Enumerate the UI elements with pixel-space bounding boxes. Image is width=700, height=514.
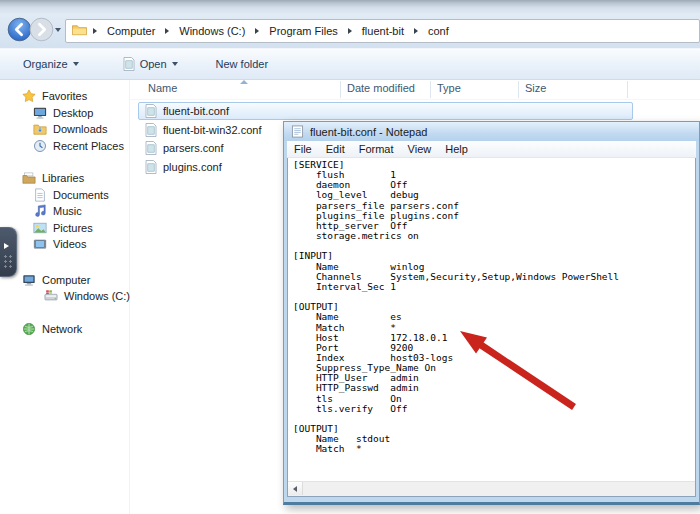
menu-format[interactable]: Format xyxy=(352,143,401,155)
sidebar-label: Music xyxy=(53,205,82,217)
star-icon xyxy=(22,89,36,103)
sidebar-label: Libraries xyxy=(42,172,84,184)
sort-ascending-icon xyxy=(240,80,248,84)
address-bar[interactable]: Computer Windows (C:) Program Files flue… xyxy=(65,19,700,43)
scroll-left-icon xyxy=(293,486,297,492)
scroll-left-button[interactable] xyxy=(288,482,303,495)
chevron-down-icon xyxy=(73,62,79,66)
command-toolbar: Organize Open New folder xyxy=(0,48,700,80)
conf-file-icon xyxy=(145,104,157,118)
column-divider[interactable] xyxy=(430,81,431,98)
menu-file[interactable]: File xyxy=(287,143,319,155)
column-divider[interactable] xyxy=(627,81,628,98)
explorer-titlebar-strip xyxy=(0,0,700,13)
sidebar-item-recent-places[interactable]: Recent Places xyxy=(0,138,129,155)
column-header-name[interactable]: Name xyxy=(148,82,177,94)
sidebar-item-network[interactable]: Network xyxy=(0,321,129,338)
new-folder-label: New folder xyxy=(216,58,269,70)
sidebar-item-desktop[interactable]: Desktop xyxy=(0,105,129,122)
column-header-date-modified[interactable]: Date modified xyxy=(347,82,415,94)
column-divider[interactable] xyxy=(518,81,519,98)
conf-file-icon xyxy=(145,160,157,174)
folder-icon xyxy=(72,24,87,38)
menu-edit[interactable]: Edit xyxy=(319,143,352,155)
sidebar-label: Pictures xyxy=(53,222,93,234)
file-name: plugins.conf xyxy=(163,161,222,173)
sidebar-item-documents[interactable]: Documents xyxy=(0,187,129,204)
column-header-type[interactable]: Type xyxy=(437,82,461,94)
sidebar-label: Recent Places xyxy=(53,140,124,152)
file-icon xyxy=(123,57,135,71)
navigation-pane: Favorites Desktop Downloads Recent Pla xyxy=(0,80,130,514)
docked-panel-handle[interactable] xyxy=(0,227,17,277)
breadcrumb-item-computer[interactable]: Computer xyxy=(103,23,159,39)
config-file-text: [SERVICE] flush 1 daemon Off log_level d… xyxy=(288,158,695,455)
breadcrumb-item-fluent-bit[interactable]: fluent-bit xyxy=(358,23,408,39)
file-name: parsers.conf xyxy=(163,142,224,154)
file-row-fluent-bit-conf[interactable]: fluent-bit.conf xyxy=(138,102,633,120)
notepad-text-area[interactable]: [SERVICE] flush 1 daemon Off log_level d… xyxy=(288,158,695,481)
sidebar-item-favorites[interactable]: Favorites xyxy=(0,88,129,105)
menu-help[interactable]: Help xyxy=(438,143,475,155)
video-icon xyxy=(33,237,47,251)
horizontal-scrollbar[interactable] xyxy=(288,481,695,496)
sidebar-label: Network xyxy=(42,323,82,335)
desktop-icon xyxy=(33,106,47,120)
expand-arrow-icon xyxy=(4,243,9,249)
notepad-menubar: File Edit Format View Help xyxy=(287,141,696,158)
notepad-titlebar[interactable]: fluent-bit.conf - Notepad xyxy=(284,122,699,141)
computer-icon xyxy=(22,273,36,287)
breadcrumb-separator-icon xyxy=(348,28,352,34)
network-globe-icon xyxy=(22,322,36,336)
column-headers: Name Date modified Type Size xyxy=(130,80,700,100)
sidebar-item-pictures[interactable]: Pictures xyxy=(0,220,129,237)
hard-drive-icon xyxy=(44,289,58,303)
download-folder-icon xyxy=(33,122,47,136)
sidebar-label: Videos xyxy=(53,238,86,250)
sidebar-label: Documents xyxy=(53,189,109,201)
sidebar-item-videos[interactable]: Videos xyxy=(0,236,129,253)
forward-button[interactable] xyxy=(29,17,54,46)
organize-button[interactable]: Organize xyxy=(15,54,87,74)
sidebar-item-downloads[interactable]: Downloads xyxy=(0,121,129,138)
music-note-icon xyxy=(33,204,47,218)
notepad-window: fluent-bit.conf - Notepad File Edit Form… xyxy=(283,121,700,505)
libraries-icon xyxy=(22,171,36,185)
open-button[interactable]: Open xyxy=(115,53,186,75)
breadcrumb-separator-icon xyxy=(165,28,169,34)
screenshot-root: Computer Windows (C:) Program Files flue… xyxy=(0,0,700,514)
file-name: fluent-bit.conf xyxy=(163,105,229,117)
column-divider[interactable] xyxy=(340,81,341,98)
notepad-client-area: [SERVICE] flush 1 daemon Off log_level d… xyxy=(287,158,696,497)
sidebar-label: Desktop xyxy=(53,107,93,119)
picture-icon xyxy=(33,221,47,235)
document-icon xyxy=(33,188,47,202)
recent-places-icon xyxy=(33,139,47,153)
menu-view[interactable]: View xyxy=(401,143,439,155)
breadcrumb-item-drive[interactable]: Windows (C:) xyxy=(175,23,249,39)
notepad-icon xyxy=(291,125,304,138)
conf-file-icon xyxy=(145,141,157,155)
sidebar-item-music[interactable]: Music xyxy=(0,203,129,220)
forward-arrow-icon xyxy=(29,17,54,42)
sidebar-label: Computer xyxy=(42,274,90,286)
address-row: Computer Windows (C:) Program Files flue… xyxy=(0,13,700,48)
new-folder-button[interactable]: New folder xyxy=(208,54,277,74)
notepad-title: fluent-bit.conf - Notepad xyxy=(310,126,427,138)
grip-dots-icon xyxy=(3,254,13,270)
breadcrumb-separator-icon xyxy=(414,28,418,34)
sidebar-item-windows-c[interactable]: Windows (C:) xyxy=(0,288,129,305)
column-header-size[interactable]: Size xyxy=(525,82,546,94)
open-label: Open xyxy=(140,58,167,70)
conf-file-icon xyxy=(145,123,157,137)
sidebar-label: Favorites xyxy=(42,90,87,102)
file-name: fluent-bit-win32.conf xyxy=(163,124,261,136)
sidebar-label: Downloads xyxy=(53,123,107,135)
breadcrumb-separator-icon xyxy=(93,28,97,34)
sidebar-item-libraries[interactable]: Libraries xyxy=(0,170,129,187)
chevron-down-icon xyxy=(172,62,178,66)
breadcrumb-item-conf[interactable]: conf xyxy=(424,23,453,39)
recent-pages-dropdown-icon[interactable] xyxy=(55,28,61,32)
breadcrumb-item-program-files[interactable]: Program Files xyxy=(265,23,341,39)
sidebar-item-computer[interactable]: Computer xyxy=(0,272,129,289)
